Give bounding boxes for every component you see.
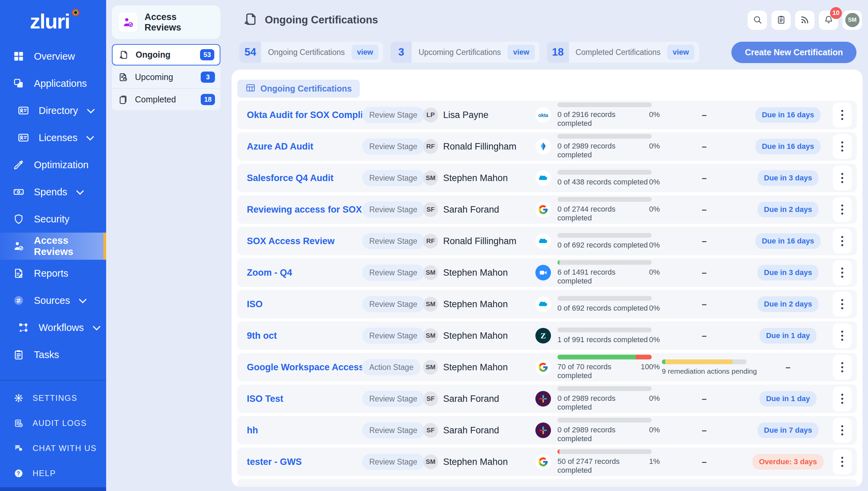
- row-menu-button[interactable]: [833, 102, 852, 127]
- due-badge: Due in 1 day: [760, 391, 816, 407]
- sidebar-item-label: Security: [34, 214, 70, 225]
- certification-name-link[interactable]: Zoom - Q4: [237, 268, 362, 278]
- stage-badge: Review Stage: [362, 170, 425, 186]
- stat-completed-certifications: 18 Completed Certifications view: [547, 42, 699, 63]
- sidebar-footer-item-help[interactable]: ? HELP: [0, 461, 106, 486]
- sidebar-item-label: Reports: [34, 268, 68, 279]
- panel-tab-ongoing[interactable]: Ongoing 53: [112, 44, 220, 65]
- notifications-button[interactable]: 10: [819, 11, 838, 30]
- records-progress: 0 of 692 records completed0%: [557, 296, 660, 313]
- sidebar-item-security[interactable]: Security: [0, 205, 106, 233]
- reviewer-avatar: SM: [423, 297, 438, 312]
- row-menu-button[interactable]: [833, 292, 852, 317]
- row-menu-button[interactable]: [833, 197, 852, 222]
- applications-icon: [12, 77, 25, 90]
- stage-cell: Review Stage: [362, 300, 423, 309]
- rss-icon: [800, 15, 810, 26]
- clipboard-icon: [776, 15, 786, 26]
- progress-label: 0 of 2989 records completed: [557, 142, 649, 159]
- certification-name-link[interactable]: hh: [237, 425, 362, 436]
- app-cell: [529, 139, 557, 154]
- sidebar-item-applications[interactable]: Applications: [0, 70, 106, 97]
- sidebar-item-sources[interactable]: Sources: [0, 287, 106, 314]
- view-button[interactable]: view: [667, 45, 694, 60]
- slack-logo-icon: [535, 391, 551, 407]
- sidebar-item-workflows[interactable]: Workflows: [0, 314, 106, 341]
- certification-row-sox-access-review: SOX Access Review Review Stage RF Ronald…: [237, 227, 857, 255]
- sidebar-item-reports[interactable]: Reports: [0, 260, 106, 287]
- certification-name-link[interactable]: ISO Test: [237, 394, 362, 404]
- panel-tab-upcoming[interactable]: Upcoming 3: [112, 66, 220, 88]
- app-cell: okta: [529, 107, 557, 123]
- clipboard-button[interactable]: [771, 11, 791, 30]
- row-menu-button[interactable]: [833, 260, 852, 285]
- due-badge: Due in 3 days: [757, 170, 818, 186]
- stage-badge: Review Stage: [362, 422, 425, 438]
- search-button[interactable]: [748, 11, 767, 30]
- tasks-icon: [12, 348, 25, 361]
- progress-label: 70 of 70 records completed: [557, 362, 641, 380]
- panel-tab-completed[interactable]: Completed 18: [112, 89, 220, 110]
- certification-row-tester-gws: tester - GWS Review Stage SM Stephen Mah…: [237, 448, 857, 476]
- records-progress: 0 of 2989 records completed0%: [557, 386, 660, 412]
- view-button[interactable]: view: [352, 45, 379, 60]
- sidebar-footer-item-chat-with-us[interactable]: CHAT WITH US: [0, 436, 106, 461]
- azure-logo-icon: [535, 139, 551, 154]
- empty-dash: –: [702, 268, 707, 278]
- records-progress: 0 of 2989 records completed0%: [557, 418, 660, 443]
- row-menu-button[interactable]: [833, 323, 852, 348]
- tab-ongoing-certifications[interactable]: Ongoing Certifications: [237, 80, 360, 98]
- certification-name-link[interactable]: tester - GWS: [237, 457, 362, 467]
- certification-status-tabs: Ongoing 53 Upcoming 3 Completed 18: [112, 44, 220, 110]
- reviewer-cell: SM Stephen Mahon: [423, 454, 529, 469]
- create-new-certification-button[interactable]: Create New Certification: [731, 42, 856, 63]
- access-reviews-panel: Access Reviews Ongoing 53 Upcoming 3 Com…: [106, 0, 225, 491]
- row-menu-button[interactable]: [833, 134, 852, 159]
- chevron-down-icon: [87, 106, 95, 114]
- due-badge: Due in 3 days: [757, 265, 818, 280]
- row-menu-button[interactable]: [833, 449, 852, 474]
- overview-icon: [12, 50, 25, 63]
- certification-name-link[interactable]: Google Workspace Access Re...: [237, 362, 362, 373]
- certification-name-link[interactable]: Salesforce Q4 Audit: [237, 173, 362, 183]
- due-cell: Due in 1 day: [749, 328, 827, 343]
- kebab-cell: [827, 165, 857, 191]
- avatar-button[interactable]: SM: [843, 11, 862, 30]
- remediation-cell: –: [660, 394, 749, 404]
- certification-name-link[interactable]: Okta Audit for SOX Compliance: [237, 110, 362, 120]
- audit-icon: [13, 417, 24, 429]
- certification-name-link[interactable]: Azure AD Audit: [237, 141, 362, 152]
- certification-name-link[interactable]: Reviewing access for SOX com...: [237, 204, 362, 215]
- salesforce-logo-icon: [535, 233, 551, 249]
- sidebar-item-tasks[interactable]: Tasks: [0, 341, 106, 368]
- row-menu-button[interactable]: [833, 386, 852, 411]
- sidebar-item-directory[interactable]: Directory: [0, 97, 106, 124]
- sidebar-item-access-reviews[interactable]: Access Reviews: [0, 233, 106, 260]
- sidebar-footer-item-settings[interactable]: SETTINGS: [0, 386, 106, 411]
- row-menu-button[interactable]: [833, 355, 852, 380]
- empty-dash: –: [702, 110, 707, 120]
- row-menu-button[interactable]: [833, 165, 852, 191]
- sidebar-item-optimization[interactable]: Optimization: [0, 151, 106, 178]
- sidebar-footer-item-audit-logs[interactable]: AUDIT LOGS: [0, 411, 106, 436]
- certification-name-link[interactable]: 9th oct: [237, 331, 362, 341]
- row-menu-button[interactable]: [833, 418, 852, 443]
- zluri-logo[interactable]: zluri: [0, 0, 106, 43]
- row-menu-button[interactable]: [833, 229, 852, 254]
- certification-name-link[interactable]: SOX Access Review: [237, 236, 362, 247]
- certification-name-link[interactable]: ISO: [237, 299, 362, 310]
- view-button[interactable]: view: [508, 45, 535, 60]
- reviewer-avatar: SM: [423, 454, 438, 469]
- sidebar-item-spends[interactable]: Spends: [0, 178, 106, 205]
- progress-percent: 0%: [649, 394, 660, 412]
- remediation-cell: –: [660, 141, 749, 152]
- chevron-down-icon: [79, 296, 87, 303]
- slack-logo-icon: [535, 423, 551, 438]
- stat-ongoing-certifications: 54 Ongoing Certifications view: [239, 42, 383, 63]
- zoom-logo-icon: [535, 265, 551, 280]
- remediation-cell: –: [660, 457, 749, 467]
- sidebar-item-overview[interactable]: Overview: [0, 43, 106, 70]
- sidebar-item-licenses[interactable]: Licenses: [0, 124, 106, 151]
- feed-button[interactable]: [795, 11, 814, 30]
- stage-cell: Review Stage: [362, 237, 423, 246]
